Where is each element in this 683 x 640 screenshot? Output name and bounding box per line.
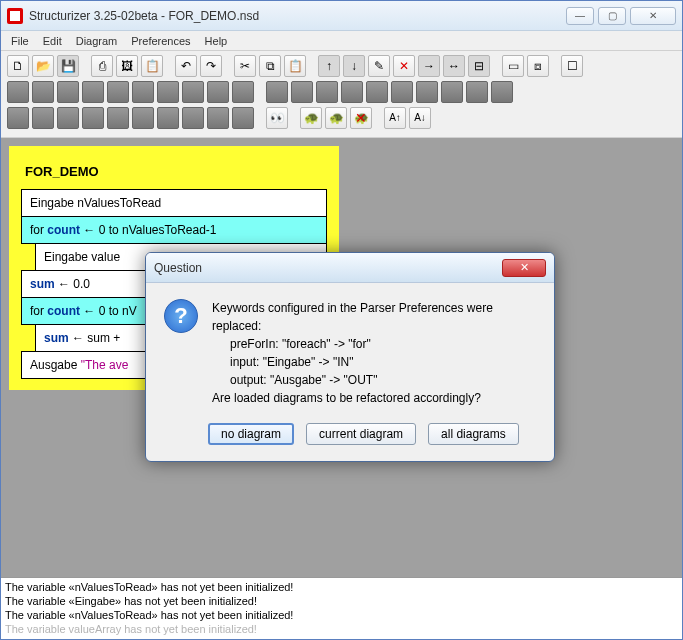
menu-diagram[interactable]: Diagram	[70, 33, 124, 49]
font-increase-button[interactable]: A↑	[384, 107, 406, 129]
view2-button[interactable]: ⧈	[527, 55, 549, 77]
picture-button[interactable]: 🖼	[116, 55, 138, 77]
menu-preferences[interactable]: Preferences	[125, 33, 196, 49]
maximize-button[interactable]: ▢	[598, 7, 626, 25]
new-button[interactable]: 🗋	[7, 55, 29, 77]
move-right-button[interactable]: →	[418, 55, 440, 77]
redo-icon: ↷	[206, 60, 216, 72]
insert-case-button[interactable]	[57, 81, 79, 103]
append-for-button[interactable]	[341, 81, 363, 103]
copy-icon: ⧉	[266, 60, 275, 72]
question-icon: ?	[164, 299, 198, 333]
append-repeat-button[interactable]	[391, 81, 413, 103]
log-line: The variable «nValuesToRead» has not yet…	[5, 608, 678, 622]
arrow-down-icon: ↓	[351, 60, 357, 72]
insert-jump-button[interactable]	[207, 81, 229, 103]
insert-for-button[interactable]	[82, 81, 104, 103]
tool-down-button[interactable]: ↓	[343, 55, 365, 77]
append-jump-button[interactable]	[466, 81, 488, 103]
collapse-button[interactable]: ⊟	[468, 55, 490, 77]
insert-parallel-button[interactable]	[232, 81, 254, 103]
dialog-title: Question	[154, 261, 502, 275]
no-diagram-button[interactable]: no diagram	[208, 423, 294, 445]
element-10-button[interactable]	[232, 107, 254, 129]
insert-if-button[interactable]	[32, 81, 54, 103]
element-3-button[interactable]	[57, 107, 79, 129]
menu-help[interactable]: Help	[199, 33, 234, 49]
log-line: The variable valueArray has not yet been…	[5, 622, 678, 636]
menu-file[interactable]: File	[5, 33, 35, 49]
view3-button[interactable]: ☐	[561, 55, 583, 77]
cut-icon: ✂	[240, 60, 250, 72]
element-6-button[interactable]	[132, 107, 154, 129]
box1-icon: ▭	[508, 60, 519, 72]
paste-button[interactable]: 📋	[284, 55, 306, 77]
run-turtle-button[interactable]: 🐢	[300, 107, 322, 129]
diagram-title[interactable]: FOR_DEMO	[21, 158, 327, 189]
menubar: File Edit Diagram Preferences Help	[1, 31, 682, 51]
open-icon: 📂	[36, 60, 51, 72]
append-while-button[interactable]	[366, 81, 388, 103]
toolbar: 🗋 📂 💾 ⎙ 🖼 📋 ↶ ↷ ✂ ⧉ 📋 ↑ ↓ ✎ ✕ → ↔ ⊟ ▭ ⧈	[1, 51, 682, 138]
clipboard-icon: 📋	[145, 60, 160, 72]
print-icon: ⎙	[99, 60, 106, 72]
print-button[interactable]: ⎙	[91, 55, 113, 77]
edit-icon: ✎	[374, 60, 384, 72]
redo-button[interactable]: ↷	[200, 55, 222, 77]
insert-repeat-button[interactable]	[132, 81, 154, 103]
element-2-button[interactable]	[32, 107, 54, 129]
undo-button[interactable]: ↶	[175, 55, 197, 77]
save-button[interactable]: 💾	[57, 55, 79, 77]
append-call-button[interactable]	[441, 81, 463, 103]
turtle2-icon: 🐢	[329, 112, 344, 124]
all-diagrams-button[interactable]: all diagrams	[428, 423, 519, 445]
cut-button[interactable]: ✂	[234, 55, 256, 77]
app-icon	[7, 8, 23, 24]
tool-delete-button[interactable]: ✕	[393, 55, 415, 77]
element-4-button[interactable]	[82, 107, 104, 129]
element-1-button[interactable]	[7, 107, 29, 129]
append-case-button[interactable]	[316, 81, 338, 103]
collapse-icon: ⊟	[474, 60, 484, 72]
copy-button[interactable]: ⧉	[259, 55, 281, 77]
stop-turtle-button[interactable]: 🐢✕	[350, 107, 372, 129]
minimize-button[interactable]: —	[566, 7, 594, 25]
arrow-right-icon: →	[423, 60, 435, 72]
append-forever-button[interactable]	[416, 81, 438, 103]
element-9-button[interactable]	[207, 107, 229, 129]
view1-button[interactable]: ▭	[502, 55, 524, 77]
menu-edit[interactable]: Edit	[37, 33, 68, 49]
insert-forever-button[interactable]	[157, 81, 179, 103]
element-7-button[interactable]	[157, 107, 179, 129]
turtle-icon: 🐢	[304, 112, 319, 124]
move-swap-button[interactable]: ↔	[443, 55, 465, 77]
insert-instruction-button[interactable]	[7, 81, 29, 103]
log-line: The variable «nValuesToRead» has not yet…	[5, 580, 678, 594]
tool-up-button[interactable]: ↑	[318, 55, 340, 77]
tool-edit-button[interactable]: ✎	[368, 55, 390, 77]
clipboard-button[interactable]: 📋	[141, 55, 163, 77]
window-title: Structurizer 3.25-02beta - FOR_DEMO.nsd	[29, 9, 566, 23]
insert-while-button[interactable]	[107, 81, 129, 103]
arrow-up-icon: ↑	[326, 60, 332, 72]
current-diagram-button[interactable]: current diagram	[306, 423, 416, 445]
font-decrease-button[interactable]: A↓	[409, 107, 431, 129]
undo-icon: ↶	[181, 60, 191, 72]
append-instruction-button[interactable]	[266, 81, 288, 103]
save-icon: 💾	[61, 60, 76, 72]
show-hide-button[interactable]: 👀	[266, 107, 288, 129]
block-for-1[interactable]: for count ← 0 to nValuesToRead-1	[21, 216, 327, 244]
paste-icon: 📋	[288, 60, 303, 72]
insert-call-button[interactable]	[182, 81, 204, 103]
question-dialog: Question ✕ ? Keywords configured in the …	[145, 252, 555, 462]
element-8-button[interactable]	[182, 107, 204, 129]
open-button[interactable]: 📂	[32, 55, 54, 77]
dialog-close-button[interactable]: ✕	[502, 259, 546, 277]
close-button[interactable]: ✕	[630, 7, 676, 25]
block-input[interactable]: Eingabe nValuesToRead	[21, 189, 327, 217]
element-5-button[interactable]	[107, 107, 129, 129]
append-if-button[interactable]	[291, 81, 313, 103]
debug-turtle-button[interactable]: 🐢	[325, 107, 347, 129]
font-up-icon: A↑	[389, 113, 401, 123]
append-parallel-button[interactable]	[491, 81, 513, 103]
